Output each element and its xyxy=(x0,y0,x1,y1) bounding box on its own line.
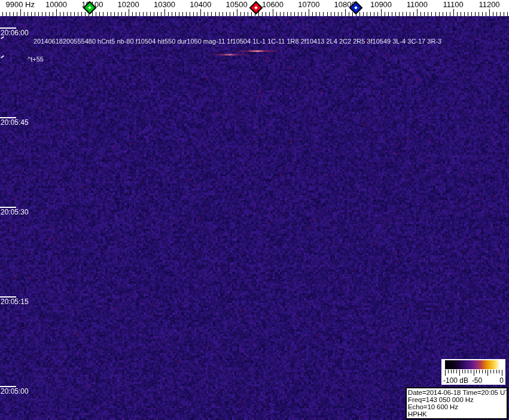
freq-minor-tick xyxy=(468,12,468,16)
event-time-note: ^t+55 xyxy=(28,56,44,63)
freq-axis-label: 10700 xyxy=(298,0,319,9)
meteor-echo-streak xyxy=(208,54,253,56)
event-tick-mark xyxy=(1,55,4,58)
colorbar: -100 dB -50 0 xyxy=(441,359,505,385)
freq-major-tick xyxy=(56,9,57,16)
freq-major-tick xyxy=(20,9,21,16)
colorbar-minor-tick xyxy=(462,370,463,373)
freq-minor-tick xyxy=(204,12,205,16)
freq-minor-tick xyxy=(301,12,302,16)
freq-minor-tick xyxy=(215,12,216,16)
freq-minor-tick xyxy=(179,12,179,16)
freq-minor-tick xyxy=(338,12,339,16)
freq-minor-tick xyxy=(374,12,374,16)
freq-major-tick xyxy=(129,9,129,16)
freq-minor-tick xyxy=(457,12,458,16)
freq-axis-label: 10300 xyxy=(154,0,175,9)
colorbar-minor-tick xyxy=(476,370,477,373)
freq-minor-tick xyxy=(392,12,392,16)
freq-minor-tick xyxy=(28,12,28,16)
freq-minor-tick xyxy=(13,12,14,16)
meteor-echo-streak xyxy=(233,50,284,52)
colorbar-minor-tick xyxy=(451,370,452,373)
colorbar-minor-tick xyxy=(468,370,468,373)
freq-minor-tick xyxy=(125,12,126,16)
freq-minor-tick xyxy=(450,12,450,16)
colorbar-minor-tick xyxy=(493,370,494,373)
colorbar-minor-tick xyxy=(482,370,483,373)
colorbar-minor-tick xyxy=(456,370,457,373)
freq-minor-tick xyxy=(230,12,230,16)
freq-minor-tick xyxy=(435,12,436,16)
freq-minor-tick xyxy=(233,12,234,16)
freq-minor-tick xyxy=(143,12,144,16)
freq-major-tick xyxy=(237,9,237,16)
freq-minor-tick xyxy=(461,12,461,16)
freq-minor-tick xyxy=(331,12,331,16)
freq-minor-tick xyxy=(385,12,385,16)
colorbar-minor-tick xyxy=(499,370,499,373)
freq-minor-tick xyxy=(280,12,281,16)
time-label: 20:05:45 xyxy=(1,118,29,127)
freq-axis-label: 10900 xyxy=(370,0,392,9)
freq-minor-tick xyxy=(334,12,335,16)
freq-minor-tick xyxy=(319,12,320,16)
freq-minor-tick xyxy=(78,12,78,16)
freq-minor-tick xyxy=(471,12,472,16)
detection-annotation: 20140618200555480 hCnt5 nb-80 f10504 hit… xyxy=(33,38,441,45)
freq-major-tick xyxy=(309,9,309,16)
freq-minor-tick xyxy=(428,12,428,16)
freq-minor-tick xyxy=(262,12,263,16)
freq-minor-tick xyxy=(226,12,227,16)
info-frequency: Freq=143 050 000 Hz xyxy=(408,396,505,403)
freq-minor-tick xyxy=(45,12,46,16)
colorbar-ticks xyxy=(445,370,502,376)
freq-minor-tick xyxy=(35,12,35,16)
freq-minor-tick xyxy=(323,12,324,16)
freq-minor-tick xyxy=(287,12,288,16)
freq-minor-tick xyxy=(413,12,414,16)
freq-axis-label: 10600 xyxy=(262,0,284,9)
frequency-axis: 9900 Hz100001010010200103001040010500106… xyxy=(0,0,509,16)
freq-minor-tick xyxy=(38,12,39,16)
colorbar-min-label: -100 dB xyxy=(443,376,468,385)
freq-minor-tick xyxy=(139,12,140,16)
freq-minor-tick xyxy=(74,12,75,16)
freq-axis-label: 9900 Hz xyxy=(5,0,34,9)
freq-minor-tick xyxy=(464,12,465,16)
freq-minor-tick xyxy=(363,12,364,16)
colorbar-major-tick xyxy=(445,370,446,376)
freq-minor-tick xyxy=(161,12,161,16)
freq-minor-tick xyxy=(85,12,86,16)
freq-minor-tick xyxy=(223,12,223,16)
freq-minor-tick xyxy=(17,12,17,16)
freq-minor-tick xyxy=(410,12,410,16)
colorbar-mid-label: -50 xyxy=(472,376,482,385)
colorbar-minor-tick xyxy=(479,370,480,373)
colorbar-max-label: 0 xyxy=(499,376,504,385)
freq-minor-tick xyxy=(107,12,108,16)
time-label: 20:05:15 xyxy=(1,298,29,306)
freq-minor-tick xyxy=(377,12,378,16)
freq-axis-label: 10400 xyxy=(190,0,211,9)
blue-marker-dot xyxy=(354,6,358,10)
freq-minor-tick xyxy=(197,12,197,16)
info-date-time: Date=2014-06-18 Time=20:05 UTC xyxy=(408,389,505,396)
freq-minor-tick xyxy=(121,12,122,16)
freq-minor-tick xyxy=(99,12,100,16)
freq-minor-tick xyxy=(193,12,194,16)
freq-major-tick xyxy=(417,9,417,16)
red-marker-dot xyxy=(254,6,258,10)
freq-minor-tick xyxy=(96,12,96,16)
freq-minor-tick xyxy=(388,12,389,16)
freq-minor-tick xyxy=(24,12,25,16)
colorbar-minor-tick xyxy=(471,370,471,373)
freq-axis-label: 11100 xyxy=(443,0,463,9)
freq-minor-tick xyxy=(60,12,60,16)
freq-minor-tick xyxy=(443,12,443,16)
freq-minor-tick xyxy=(71,12,71,16)
freq-minor-tick xyxy=(154,12,154,16)
freq-axis-label: 10000 xyxy=(45,0,67,9)
freq-minor-tick xyxy=(496,12,497,16)
freq-minor-tick xyxy=(276,12,277,16)
